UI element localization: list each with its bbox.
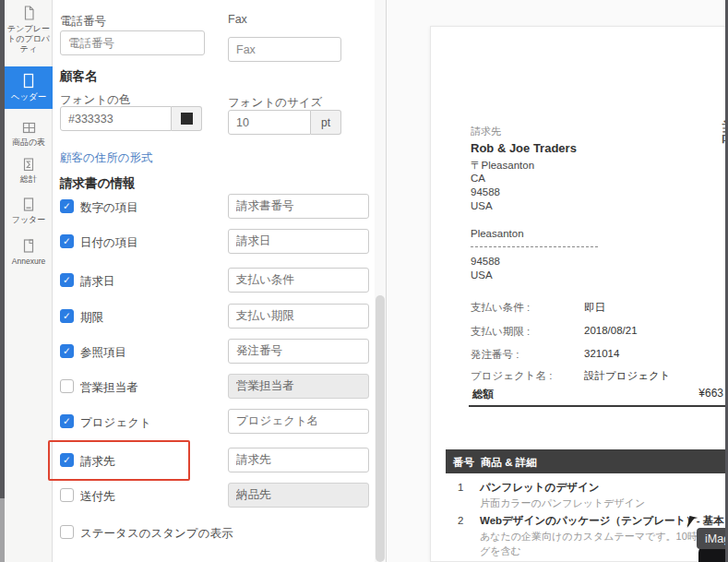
checkbox-project[interactable] [60, 414, 74, 428]
checkbox-label[interactable]: プロジェクト [80, 415, 151, 431]
color-swatch [181, 113, 193, 125]
invoice-city: Pleasanton [471, 228, 524, 239]
font-size-input[interactable] [228, 110, 311, 135]
color-swatch-button[interactable] [172, 106, 202, 131]
invoice-info-heading: 請求書の情報 [60, 175, 135, 192]
item-table-icon [5, 121, 53, 136]
fax-input[interactable] [228, 37, 341, 62]
customer-address-format-link[interactable]: 顧客の住所の形式 [60, 150, 153, 166]
invoice-address-line: CA [471, 173, 485, 184]
sidebar-item-label: フッター [5, 215, 53, 225]
invoice-address2-line: USA [471, 269, 493, 281]
checkbox-date-field[interactable] [60, 234, 74, 248]
billto-highlight-annotation [48, 440, 190, 481]
field-input-po-number[interactable] [228, 339, 369, 364]
total-sigma-icon [5, 157, 53, 173]
term-label: 発注番号 : [471, 348, 519, 362]
checkbox-shipto[interactable] [60, 488, 74, 502]
checkbox-status-stamp[interactable] [60, 525, 74, 539]
checkbox-label[interactable]: ステータスのスタンプの表示 [80, 526, 233, 542]
annexure-icon [5, 238, 53, 255]
customer-name-heading: 顧客名 [60, 68, 98, 85]
invoice-address-line: 94588 [471, 186, 500, 197]
item-row-number: 2 [458, 515, 463, 526]
panel-scrollbar-thumb[interactable] [376, 295, 385, 562]
checkbox-label[interactable]: 営業担当者 [80, 380, 138, 396]
term-label: 支払い条件 : [471, 301, 530, 315]
invoice-address-line: USA [471, 200, 493, 211]
checkbox-label[interactable]: 参照項目 [80, 345, 126, 361]
invoice-address-line: 〒Pleasanton [471, 159, 534, 173]
item-row-number: 1 [458, 482, 463, 493]
field-input-salesperson [228, 374, 369, 399]
checkbox-label[interactable]: 数字の項目 [80, 200, 138, 216]
phone-input[interactable] [60, 30, 205, 55]
sidebar-item-template-properties[interactable]: テンプレートのプロパティ [5, 5, 53, 54]
field-input-invoice-date[interactable] [228, 229, 369, 254]
field-input-due-date[interactable] [228, 304, 369, 329]
field-input-project-name[interactable] [228, 409, 369, 434]
term-value: 即日 [584, 301, 605, 315]
sidebar-item-header[interactable]: ヘッダー [5, 66, 53, 109]
field-input-invoice-number[interactable] [228, 194, 369, 219]
footer-icon [5, 197, 53, 213]
sidebar-item-total[interactable]: 総計 [5, 157, 53, 185]
sidebar-item-label: テンプレートのプロパティ [5, 24, 53, 54]
item-row-name: パンフレットのデザイン [480, 481, 599, 495]
items-table-header: 番号 商品 & 詳細 [446, 449, 725, 473]
total-rule [469, 405, 725, 407]
font-size-unit: pt [311, 110, 341, 135]
invoice-customer-name: Rob & Joe Traders [471, 141, 577, 155]
sidebar-item-label: ヘッダー [5, 91, 53, 102]
address-separator [471, 246, 598, 247]
template-properties-icon [5, 5, 53, 22]
device-label-overlay: iMag [697, 528, 728, 549]
item-row-desc: あなたの企業向けのカスタムテーマです。10時間の [480, 530, 718, 544]
term-value: 2018/08/21 [584, 325, 638, 336]
font-color-input[interactable] [60, 106, 172, 131]
sidebar-item-item-table[interactable]: 商品の表 [5, 121, 53, 148]
checkbox-reference[interactable] [60, 344, 74, 358]
col-item-header: 商品 & 詳細 [481, 456, 537, 470]
font-size-label: フォントのサイズ [228, 95, 322, 111]
field-input-shipto [228, 483, 369, 508]
sidebar-item-footer[interactable]: フッター [5, 197, 53, 225]
checkbox-invoice-date[interactable] [60, 273, 74, 287]
term-label: プロジェクト名 : [471, 369, 553, 383]
item-row-desc: 片面カラーのパンフレットデザイン [480, 496, 645, 510]
invoice-total-label: 総額 [472, 388, 494, 401]
col-number-header: 番号 [453, 456, 474, 470]
invoice-billto-label: 請求先 [471, 125, 501, 138]
fax-label: Fax [228, 13, 247, 26]
item-row-desc-cont: グを含む [480, 544, 521, 558]
checkbox-salesperson[interactable] [60, 379, 74, 393]
header-icon [5, 73, 53, 90]
field-input-terms[interactable] [228, 268, 369, 293]
invoice-address2-line: 94588 [471, 256, 500, 267]
invoice-total-value: ¥663 [591, 387, 723, 400]
checkbox-label[interactable]: 送付先 [80, 489, 115, 505]
sidebar-item-label: 総計 [5, 174, 53, 185]
term-value: 設計プロジェクト [584, 369, 671, 383]
checkbox-due-date[interactable] [60, 309, 74, 323]
sidebar-item-label: Annexure [5, 257, 53, 267]
sidebar-item-annexure[interactable]: Annexure [5, 238, 53, 267]
term-value: 321014 [584, 348, 619, 359]
checkbox-number-field[interactable] [60, 199, 74, 213]
checkbox-label[interactable]: 期限 [80, 310, 103, 326]
checkbox-label[interactable]: 日付の項目 [80, 235, 138, 251]
term-label: 支払い期限 : [471, 325, 530, 339]
template-sidebar: テンプレートのプロパティ ヘッダー 商品の表 総計 フッター Annexure [5, 0, 53, 562]
field-input-billto[interactable] [228, 448, 369, 472]
phone-label: 電話番号 [60, 14, 106, 30]
sidebar-item-label: 商品の表 [5, 138, 53, 148]
checkbox-label[interactable]: 請求日 [80, 274, 115, 290]
